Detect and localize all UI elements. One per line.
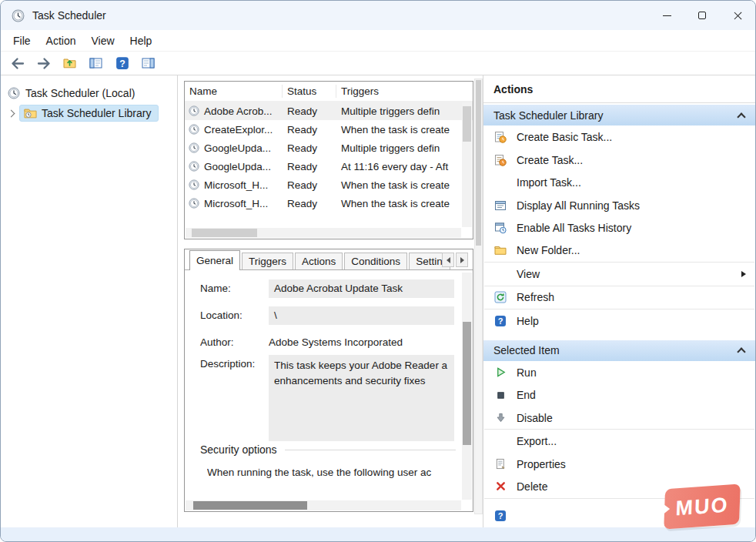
tree-item-task-scheduler-local[interactable]: Task Scheduler (Local): [1, 83, 177, 103]
scrollbar-thumb[interactable]: [193, 501, 307, 510]
scrollbar-thumb[interactable]: [192, 229, 257, 237]
action-display-all-running-tasks[interactable]: Display All Running Tasks: [483, 194, 755, 216]
actions-group-header-selected-item[interactable]: Selected Item: [483, 340, 755, 361]
tab-scroll-left-button[interactable]: [442, 253, 454, 267]
task-clock-icon: [189, 161, 199, 172]
action-export[interactable]: Export...: [483, 430, 755, 452]
details-horizontal-scrollbar[interactable]: [186, 500, 461, 510]
actions-pane: Actions Task Scheduler Library Create Ba…: [483, 75, 755, 527]
tree-item-task-scheduler-library[interactable]: Task Scheduler Library: [1, 103, 177, 123]
general-tab-content: Name: Adobe Acrobat Update Task Location…: [185, 270, 473, 478]
action-refresh[interactable]: Refresh: [483, 286, 755, 309]
menu-bar: File Action View Help: [1, 30, 755, 52]
collapse-chevron-icon[interactable]: [737, 112, 745, 121]
task-row[interactable]: Microsoft_H... Ready When the task is cr…: [185, 194, 473, 212]
action-run[interactable]: Run: [483, 361, 755, 383]
column-header-triggers[interactable]: Triggers: [336, 85, 473, 98]
column-header-name[interactable]: Name: [185, 85, 283, 98]
task-row[interactable]: GoogleUpda... Ready At 11:16 every day -…: [185, 157, 473, 176]
task-list-horizontal-scrollbar[interactable]: [186, 228, 461, 238]
menu-file[interactable]: File: [5, 32, 38, 50]
actions-group-header-library[interactable]: Task Scheduler Library: [483, 105, 755, 125]
no-icon: [493, 267, 508, 281]
task-row[interactable]: Adobe Acrob... Ready Multiple triggers d…: [185, 102, 473, 120]
security-options-text: When running the task, use the following…: [207, 467, 454, 478]
collapse-chevron-icon[interactable]: [737, 348, 745, 356]
help-icon: ?: [115, 56, 129, 70]
tree-selection[interactable]: Task Scheduler Library: [19, 105, 159, 122]
triangle-left-icon: [447, 257, 450, 263]
scrollbar-thumb[interactable]: [476, 80, 481, 246]
description-label: Description:: [200, 355, 269, 441]
folder-clock-icon: [24, 108, 37, 119]
task-name: Microsoft_H...: [204, 179, 268, 191]
tab-scroll-buttons: [442, 253, 468, 267]
action-disable[interactable]: Disable: [483, 406, 755, 429]
task-clock-icon: [189, 124, 199, 135]
task-row[interactable]: GoogleUpda... Ready Multiple triggers de…: [185, 139, 473, 157]
name-field[interactable]: Adobe Acrobat Update Task: [269, 279, 454, 298]
maximize-button[interactable]: [684, 1, 720, 30]
task-scheduler-window: Task Scheduler File Action View Help ?: [0, 0, 756, 542]
chevron-right-icon[interactable]: [8, 109, 15, 117]
create-basic-task-icon: [493, 130, 508, 144]
help-button[interactable]: ?: [112, 54, 132, 72]
show-console-tree-button[interactable]: [85, 54, 106, 72]
description-line-1: This task keeps your Adobe Reader a: [274, 358, 449, 373]
tab-general[interactable]: General: [189, 250, 240, 270]
menu-view[interactable]: View: [83, 32, 122, 50]
task-details-panel: General Triggers Actions Conditions Sett…: [184, 249, 473, 512]
column-header-status[interactable]: Status: [283, 85, 336, 98]
task-clock-icon: [189, 179, 199, 190]
action-enable-all-tasks-history[interactable]: Enable All Tasks History: [483, 216, 755, 239]
task-triggers: Multiple triggers defin: [336, 105, 473, 117]
tab-conditions[interactable]: Conditions: [344, 253, 407, 269]
forward-button[interactable]: [33, 54, 54, 72]
up-one-level-button[interactable]: [59, 54, 80, 72]
group-header-label: Task Scheduler Library: [493, 109, 603, 122]
action-properties[interactable]: Properties: [483, 453, 755, 475]
location-field[interactable]: \: [269, 306, 454, 325]
menu-help[interactable]: Help: [122, 32, 160, 50]
action-create-task[interactable]: Create Task...: [483, 149, 755, 171]
console-view: Name Status Triggers Adobe Acrob... Read…: [178, 75, 483, 527]
tab-actions[interactable]: Actions: [295, 253, 343, 269]
title-bar: Task Scheduler: [1, 1, 755, 30]
task-row[interactable]: CreateExplor... Ready When the task is c…: [185, 120, 473, 139]
task-name: Microsoft_H...: [204, 198, 268, 209]
task-row[interactable]: Microsoft_H... Ready When the task is cr…: [185, 176, 473, 194]
action-create-basic-task[interactable]: Create Basic Task...: [483, 125, 755, 148]
properties-icon: [493, 457, 508, 471]
task-name: GoogleUpda...: [204, 161, 271, 172]
window-controls: [649, 1, 755, 30]
task-list-vertical-scrollbar[interactable]: [462, 102, 472, 227]
close-icon: [733, 11, 743, 21]
end-icon: [493, 388, 508, 402]
task-triggers: When the task is create: [336, 179, 473, 191]
action-view[interactable]: View: [483, 263, 755, 285]
back-button[interactable]: [7, 54, 28, 72]
tree-library-label: Task Scheduler Library: [42, 107, 151, 119]
action-import-task[interactable]: Import Task...: [483, 171, 755, 193]
action-new-folder[interactable]: New Folder...: [483, 239, 755, 262]
task-name: GoogleUpda...: [204, 142, 271, 154]
action-end[interactable]: End: [483, 383, 755, 406]
task-triggers: When the task is create: [336, 198, 473, 209]
minimize-button[interactable]: [649, 1, 684, 30]
show-action-pane-button[interactable]: [138, 54, 159, 72]
help-icon: ?: [493, 509, 508, 523]
close-button[interactable]: [720, 1, 755, 30]
minimize-icon: [663, 15, 671, 16]
scrollbar-thumb[interactable]: [463, 106, 471, 142]
description-field[interactable]: This task keeps your Adobe Reader a enha…: [269, 355, 454, 441]
group-divider: [285, 450, 456, 450]
action-help[interactable]: ? Help: [483, 309, 755, 332]
action-item-label: Run: [517, 366, 537, 379]
tab-triggers[interactable]: Triggers: [242, 253, 293, 269]
details-vertical-scrollbar[interactable]: [462, 273, 472, 500]
console-view-scrollbar[interactable]: [474, 79, 483, 514]
scrollbar-thumb[interactable]: [463, 322, 471, 445]
action-item-label: Help: [517, 315, 539, 327]
tab-scroll-right-button[interactable]: [456, 253, 468, 267]
menu-action[interactable]: Action: [38, 32, 84, 50]
